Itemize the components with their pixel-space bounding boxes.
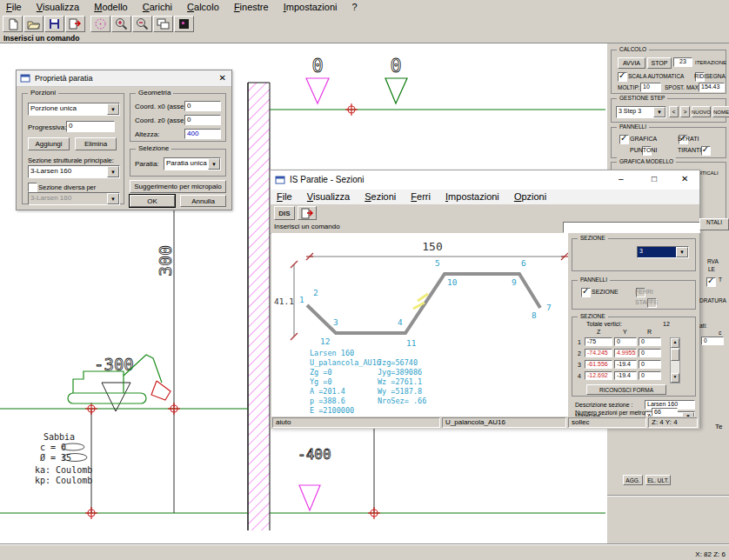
chevron-down-icon[interactable]: ▼: [208, 158, 220, 170]
dis-button[interactable]: DIS: [274, 206, 295, 220]
avvia-button[interactable]: AVVIA: [618, 57, 645, 69]
aggiungi-button[interactable]: Aggiungi: [28, 137, 70, 150]
zoom-out-button[interactable]: [132, 16, 152, 32]
z0-field[interactable]: 0: [184, 115, 221, 125]
grafica-checkbox[interactable]: ✓: [619, 135, 629, 144]
sezione-checkbox[interactable]: ✓: [581, 288, 591, 297]
x0-field[interactable]: 0: [184, 101, 221, 111]
nome-button[interactable]: NOME: [712, 106, 729, 117]
nuovo-button[interactable]: NUOVO: [692, 106, 711, 117]
menu-file[interactable]: File: [0, 0, 28, 14]
menu-help[interactable]: ?: [346, 0, 364, 14]
pan-circle-icon: [94, 17, 107, 30]
chevron-down-icon[interactable]: ▼: [107, 166, 119, 177]
row-3-z[interactable]: -61.556: [585, 360, 612, 369]
svg-text:0: 0: [311, 55, 323, 77]
exit-button[interactable]: [65, 16, 85, 32]
step-combo[interactable]: 3 Step 3▼: [616, 106, 666, 118]
close-icon[interactable]: ✕: [219, 73, 226, 83]
row-4-z[interactable]: -12.692: [585, 371, 612, 380]
menu-visualizza[interactable]: Visualizza: [30, 0, 85, 14]
ok-button[interactable]: OK: [130, 195, 175, 207]
stop-button[interactable]: STOP: [647, 57, 672, 69]
altezza-field[interactable]: 400: [184, 129, 221, 139]
dialog-titlebar[interactable]: Proprietà paratia ✕: [17, 70, 231, 87]
menu-calcolo[interactable]: Calcolo: [181, 0, 225, 14]
numero-sezioni-field[interactable]: 66: [652, 408, 678, 417]
close-icon[interactable]: ✕: [681, 174, 688, 183]
panel-divider: [607, 495, 729, 497]
row-1-z[interactable]: -75: [585, 337, 612, 346]
panel-fragment-field[interactable]: 0: [701, 337, 724, 345]
chevron-down-icon[interactable]: ▼: [653, 107, 665, 117]
command-input[interactable]: [563, 222, 700, 233]
maximize-icon[interactable]: □: [652, 174, 657, 183]
selezione-group: Selezione Paratia: Paratia unica▼: [130, 149, 226, 177]
render-button[interactable]: [174, 16, 194, 32]
pannelli-label: PANNELLI: [617, 123, 649, 131]
descrizione-label: Descrizione sezione :: [575, 402, 633, 408]
vertici-scrollbar[interactable]: ▲ ▼: [670, 337, 680, 383]
sezioni-titlebar[interactable]: IS Paratie - Sezioni – □ ✕: [271, 170, 699, 190]
iterazioni-field[interactable]: 23: [673, 57, 692, 67]
zoom-in-button[interactable]: [111, 16, 131, 32]
tiranti-checkbox[interactable]: ✓: [701, 146, 711, 156]
agg-button[interactable]: AGG.: [623, 475, 643, 485]
sezioni-menu-sezioni[interactable]: Sezioni: [358, 190, 402, 203]
row-2-index: 2: [578, 350, 581, 357]
row-2-y[interactable]: 4.99555: [614, 349, 637, 357]
panel-fragment-ati: ati:: [699, 323, 707, 329]
pan-button[interactable]: [90, 16, 110, 32]
row-2-z[interactable]: -74.245: [585, 349, 612, 357]
verifiche-checkbox[interactable]: [28, 183, 37, 192]
porzione-combo[interactable]: Porzione unica▼: [28, 103, 120, 116]
sezioni-exit-button[interactable]: [298, 206, 317, 220]
save-button[interactable]: [44, 16, 64, 32]
progressiva-field[interactable]: 0: [66, 121, 115, 132]
row-1-r[interactable]: 0: [639, 337, 661, 346]
menu-modello[interactable]: Modello: [88, 0, 134, 14]
new-file-button[interactable]: [3, 16, 23, 32]
row-3-r[interactable]: 0: [639, 360, 661, 369]
row-4-r[interactable]: 0: [639, 371, 661, 380]
row-3-y[interactable]: -19.4: [614, 360, 637, 369]
sezione-principale-combo[interactable]: 3-Larsen 160▼: [28, 165, 120, 178]
sezioni-command-bar[interactable]: Inserisci un comando: [271, 222, 699, 234]
menu-impostazioni[interactable]: Impostazioni: [278, 0, 344, 14]
elimina-button[interactable]: Elimina: [75, 137, 117, 150]
chevron-down-icon[interactable]: ▼: [107, 103, 119, 115]
paratia-combo[interactable]: Paratia unica▼: [164, 157, 221, 170]
chevron-down-icon[interactable]: ▼: [676, 247, 688, 257]
sezioni-menu-opzioni[interactable]: Opzioni: [508, 190, 552, 203]
panel-fragment-checkbox[interactable]: ✓: [706, 277, 716, 287]
annulla-button[interactable]: Annulla: [180, 195, 226, 207]
panel-fragment-te: Te: [715, 423, 722, 430]
sezioni-drawing-area[interactable]: 150 41.1 1 2: [271, 233, 568, 417]
sezioni-menu-impostazioni[interactable]: Impostazioni: [439, 190, 505, 203]
row-1-y[interactable]: 0: [614, 337, 637, 346]
sezioni-menu-ferri[interactable]: Ferri: [405, 190, 437, 203]
row-2-r[interactable]: 0: [639, 349, 661, 357]
el-ult-button[interactable]: EL. ULT.: [645, 475, 671, 485]
open-file-button[interactable]: [23, 16, 43, 32]
step-next-button[interactable]: >: [680, 106, 690, 117]
panel-fragment-le: LE: [708, 266, 715, 272]
totale-vertici-value: 12: [663, 321, 670, 327]
riconosci-forma-button[interactable]: RICONOSCI FORMA: [586, 384, 666, 395]
svg-text:NroSez= .66: NroSez= .66: [378, 397, 426, 405]
cascade-windows-button[interactable]: [153, 16, 173, 32]
svg-text:4: 4: [398, 317, 403, 327]
step-prev-button[interactable]: <: [669, 106, 679, 117]
moltip-field[interactable]: 10: [640, 83, 661, 92]
scala-automatica-checkbox[interactable]: ✓: [618, 72, 627, 82]
suggerimento-micropalo-button[interactable]: Suggerimento per micropalo: [130, 180, 226, 193]
row-4-y[interactable]: -19.4: [614, 371, 637, 380]
sezioni-menu-visualizza[interactable]: Visualizza: [301, 190, 356, 203]
command-bar[interactable]: Inserisci un comando: [0, 34, 729, 43]
menu-finestre[interactable]: Finestre: [228, 0, 275, 14]
sezione-number-combo[interactable]: 3 ▼: [637, 246, 689, 258]
menu-carichi[interactable]: Carichi: [137, 0, 178, 14]
minimize-icon[interactable]: –: [619, 174, 624, 183]
sezioni-menu-file[interactable]: File: [271, 190, 298, 203]
toolbar: [0, 15, 729, 35]
